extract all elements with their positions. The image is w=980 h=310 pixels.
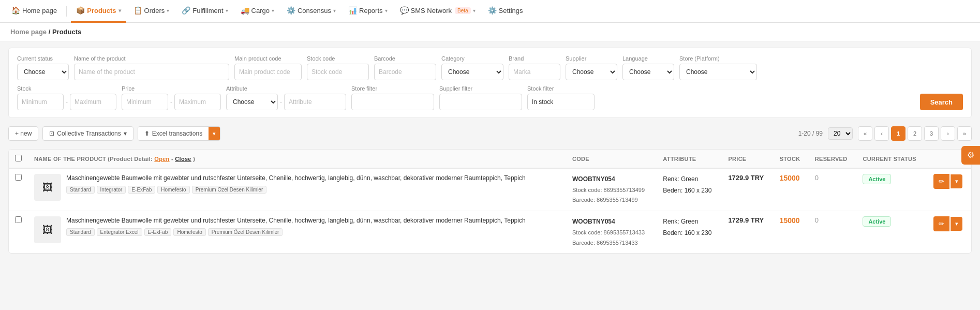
- brand-input[interactable]: [509, 64, 560, 80]
- settings-icon: ⚙️: [488, 6, 497, 14]
- nav-reports[interactable]: 📊 Reports ▾: [343, 0, 393, 23]
- pagination-info: 1-20 / 99: [798, 130, 823, 137]
- more-button-0[interactable]: ▾: [951, 174, 962, 188]
- barcode-label: Barcode: [374, 55, 436, 62]
- nav-orders[interactable]: 📋 Orders ▾: [128, 0, 175, 23]
- row-checkbox-1[interactable]: [15, 216, 22, 223]
- product-name-input[interactable]: [74, 64, 229, 80]
- nav-settings[interactable]: ⚙️ Settings: [483, 0, 528, 23]
- price-max-input[interactable]: [174, 94, 221, 110]
- header-product-name: NAME OF THE PRODUCT (Product Detail: Ope…: [28, 150, 566, 168]
- supplier-filter-input[interactable]: [439, 94, 522, 110]
- attr2-1: Beden: 160 x 230: [663, 228, 716, 239]
- supplier-label: Supplier: [566, 55, 617, 62]
- filter-stock-range: Stock -: [17, 85, 116, 110]
- cargo-chevron-icon: ▾: [272, 8, 274, 13]
- cargo-icon: 🚚: [241, 6, 249, 14]
- nav-smsnetwork[interactable]: 💬 SMS Network Beta ▾: [395, 0, 481, 23]
- edit-button-0[interactable]: ✏: [933, 174, 949, 189]
- price-range-inputs: -: [122, 94, 221, 110]
- price-min-input[interactable]: [122, 94, 168, 110]
- current-status-select[interactable]: Choose: [17, 64, 69, 80]
- code-main-0: WOOBTNY054: [572, 174, 650, 185]
- table-row: 🖼 Maschinengewebte Baumwolle mit gewebte…: [9, 168, 971, 211]
- nav-fulfillment[interactable]: 🔗 Fulfillment ▾: [176, 0, 233, 23]
- filter-price-range: Price -: [122, 85, 221, 110]
- page-3-button[interactable]: 3: [924, 126, 939, 141]
- navbar: 🏠 Home page 📦 Products ▾ 📋 Orders ▾ 🔗 Fu…: [0, 0, 980, 23]
- store-select[interactable]: Choose: [679, 64, 757, 80]
- supplier-filter-label: Supplier filter: [439, 85, 522, 92]
- tag: Premium Özel Desen Kilimler: [208, 228, 283, 236]
- row-code-cell-0: WOOBTNY054 Stock code: 8695355713499 Bar…: [566, 168, 657, 211]
- attr1-0: Renk: Green: [663, 174, 716, 185]
- products-chevron-icon: ▾: [118, 8, 121, 13]
- main-code-label: Main product code: [234, 55, 302, 62]
- attribute-select[interactable]: Choose: [226, 94, 278, 110]
- language-select[interactable]: Choose: [622, 64, 674, 80]
- new-button[interactable]: + new: [8, 126, 38, 141]
- nav-divider-1: [66, 6, 67, 17]
- reports-icon: 📊: [348, 6, 357, 14]
- nav-products-label: Products: [87, 7, 116, 14]
- stock-min-input[interactable]: [17, 94, 64, 110]
- store-filter-input[interactable]: [351, 94, 434, 110]
- store-label: Store (Platform): [679, 55, 757, 62]
- edit-button-1[interactable]: ✏: [933, 216, 949, 231]
- excel-dropdown-button[interactable]: ▾: [209, 127, 220, 140]
- select-all-checkbox[interactable]: [15, 155, 22, 161]
- home-icon: 🏠: [11, 6, 20, 14]
- row-checkbox-0[interactable]: [15, 174, 22, 181]
- filter-brand: Brand: [509, 55, 560, 80]
- breadcrumb-parent[interactable]: Home page: [10, 28, 47, 36]
- settings-fab[interactable]: ⚙: [961, 146, 980, 165]
- stock-code-input[interactable]: [307, 64, 369, 80]
- collective-transactions-button[interactable]: ⊡ Collective Transactions ▾: [42, 126, 133, 141]
- search-btn-wrapper: Search: [920, 94, 963, 110]
- consensus-icon: ⚙️: [287, 6, 295, 14]
- supplier-select[interactable]: Choose: [566, 64, 617, 80]
- tag: E-ExFab: [144, 228, 172, 236]
- nav-cargo[interactable]: 🚚 Cargo ▾: [235, 0, 279, 23]
- page-first-button[interactable]: «: [858, 126, 872, 141]
- header-close-link[interactable]: Close: [175, 156, 191, 162]
- row-reserved-cell-0: 0: [809, 168, 857, 211]
- row-stock-cell-0: 15000: [774, 168, 809, 211]
- excel-icon: ⬆: [144, 130, 150, 137]
- stock-1: 15000: [780, 216, 800, 225]
- tag: Premium Özel Desen Kilimler: [192, 186, 267, 194]
- page-last-button[interactable]: »: [957, 126, 972, 141]
- reserved-0: 0: [815, 174, 819, 182]
- barcode-input[interactable]: [374, 64, 436, 80]
- filter-panel: Current status Choose Name of the produc…: [8, 48, 972, 118]
- header-open-link[interactable]: Open: [154, 156, 169, 162]
- page-2-button[interactable]: 2: [908, 126, 922, 141]
- current-status-label: Current status: [17, 55, 69, 62]
- products-table-container: NAME OF THE PRODUCT (Product Detail: Ope…: [8, 149, 972, 254]
- row-attr-cell-0: Renk: Green Beden: 160 x 230: [657, 168, 722, 211]
- nav-settings-label: Settings: [499, 7, 523, 14]
- filter-barcode: Barcode: [374, 55, 436, 80]
- header-reserved: RESERVED: [809, 150, 857, 168]
- price-range-sep: -: [170, 98, 172, 106]
- stock-filter-input[interactable]: [527, 94, 595, 110]
- nav-homepage[interactable]: 🏠 Home page: [6, 0, 62, 23]
- excel-transactions-button[interactable]: ⬆ Excel transactions: [138, 127, 209, 140]
- stock-max-input[interactable]: [70, 94, 116, 110]
- header-attribute: ATTRIBUTE: [657, 150, 722, 168]
- page-prev-button[interactable]: ‹: [874, 126, 889, 141]
- page-size-select[interactable]: 20: [828, 127, 853, 140]
- brand-label: Brand: [509, 55, 560, 62]
- category-select[interactable]: Choose: [441, 64, 503, 80]
- consensus-chevron-icon: ▾: [333, 8, 336, 13]
- main-code-input[interactable]: [234, 64, 302, 80]
- smsnetwork-icon: 💬: [400, 6, 409, 14]
- nav-consensus[interactable]: ⚙️ Consensus ▾: [281, 0, 341, 23]
- page-next-button[interactable]: ›: [941, 126, 955, 141]
- nav-products[interactable]: 📦 Products ▾: [71, 0, 126, 23]
- search-button[interactable]: Search: [920, 94, 963, 110]
- more-button-1[interactable]: ▾: [951, 217, 962, 231]
- page-1-button[interactable]: 1: [891, 126, 905, 141]
- row-price-cell-1: 1729.9 TRY: [722, 211, 773, 254]
- attribute-input[interactable]: [284, 94, 346, 110]
